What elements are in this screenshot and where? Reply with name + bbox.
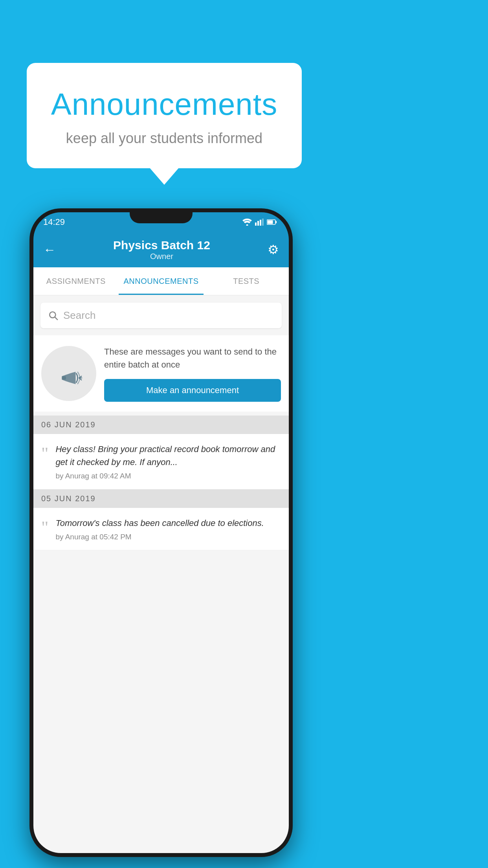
svg-rect-2 bbox=[257, 221, 259, 226]
svg-point-0 bbox=[246, 224, 248, 226]
search-placeholder: Search bbox=[63, 309, 95, 322]
speech-bubble-container: Announcements keep all your students inf… bbox=[27, 63, 302, 168]
svg-rect-1 bbox=[255, 223, 257, 226]
announcement-item-2[interactable]: " Tomorrow's class has been cancelled du… bbox=[33, 508, 289, 550]
phone-screen: 14:29 bbox=[33, 212, 289, 853]
svg-point-8 bbox=[50, 312, 55, 318]
svg-rect-4 bbox=[262, 219, 264, 226]
app-bar-center: Physics Batch 12 Owner bbox=[113, 239, 210, 261]
quote-icon-2: " bbox=[41, 519, 48, 536]
settings-icon[interactable]: ⚙ bbox=[268, 242, 279, 257]
speech-bubble-subtitle: keep all your students informed bbox=[46, 130, 282, 147]
announcement-content-2: Tomorrow's class has been cancelled due … bbox=[55, 517, 281, 541]
speech-bubble-title: Announcements bbox=[46, 86, 282, 122]
phone-frame: 14:29 bbox=[29, 208, 293, 857]
promo-content: These are messages you want to send to t… bbox=[104, 345, 281, 402]
battery-icon bbox=[267, 219, 277, 225]
announcement-text-2: Tomorrow's class has been cancelled due … bbox=[55, 517, 281, 530]
announcement-item-1[interactable]: " Hey class! Bring your practical record… bbox=[33, 434, 289, 489]
tab-announcements[interactable]: ANNOUNCEMENTS bbox=[119, 267, 204, 295]
svg-rect-10 bbox=[62, 376, 66, 380]
content-area: Search bbox=[33, 296, 289, 853]
svg-rect-3 bbox=[260, 220, 261, 226]
announcement-content-1: Hey class! Bring your practical record b… bbox=[55, 443, 281, 480]
date-separator-1: 06 JUN 2019 bbox=[33, 416, 289, 434]
promo-description: These are messages you want to send to t… bbox=[104, 345, 281, 371]
search-bar[interactable]: Search bbox=[40, 303, 282, 328]
megaphone-icon bbox=[55, 360, 83, 387]
phone-notch bbox=[130, 208, 193, 223]
announcement-meta-2: by Anurag at 05:42 PM bbox=[55, 533, 281, 541]
back-button[interactable]: ← bbox=[43, 243, 56, 257]
svg-rect-7 bbox=[275, 221, 277, 223]
wifi-icon bbox=[242, 219, 252, 226]
tab-tests[interactable]: TESTS bbox=[204, 267, 289, 295]
tab-assignments[interactable]: ASSIGNMENTS bbox=[33, 267, 119, 295]
signal-icon bbox=[255, 219, 264, 226]
promo-card: These are messages you want to send to t… bbox=[33, 335, 289, 412]
announcement-meta-1: by Anurag at 09:42 AM bbox=[55, 472, 281, 480]
svg-rect-6 bbox=[268, 221, 273, 224]
tabs-bar: ASSIGNMENTS ANNOUNCEMENTS TESTS bbox=[33, 267, 289, 296]
date-separator-2: 05 JUN 2019 bbox=[33, 489, 289, 508]
search-icon bbox=[48, 311, 59, 321]
status-icons bbox=[242, 219, 277, 226]
announcement-text-1: Hey class! Bring your practical record b… bbox=[55, 443, 281, 469]
make-announcement-button[interactable]: Make an announcement bbox=[104, 379, 281, 402]
app-bar: ← Physics Batch 12 Owner ⚙ bbox=[33, 232, 289, 267]
speech-bubble: Announcements keep all your students inf… bbox=[27, 63, 302, 168]
quote-icon-1: " bbox=[41, 445, 48, 462]
svg-line-9 bbox=[55, 317, 58, 320]
app-bar-subtitle: Owner bbox=[113, 252, 210, 261]
announcement-icon-circle bbox=[41, 346, 96, 401]
app-bar-title: Physics Batch 12 bbox=[113, 239, 210, 252]
status-time: 14:29 bbox=[43, 217, 65, 227]
